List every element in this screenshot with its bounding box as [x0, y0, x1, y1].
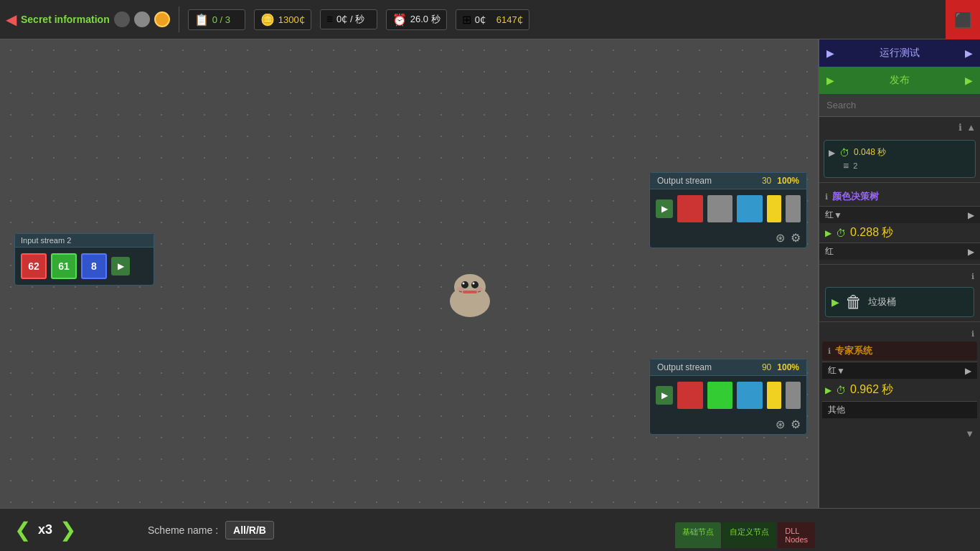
run-test-label: 运行测试: [880, 47, 920, 60]
output-stream-2-blue-block: [737, 382, 763, 409]
search-input[interactable]: [819, 94, 980, 117]
trash-can-card: ▶ 🗑 垃圾桶: [825, 287, 974, 317]
info-icon-top[interactable]: ℹ: [958, 122, 962, 133]
info-icon-2[interactable]: ℹ: [825, 192, 828, 202]
output-stream-1-pct: 100%: [777, 176, 799, 186]
output-stream-2-bar2: [786, 382, 801, 409]
input-stream-title: Input stream 2: [21, 236, 71, 245]
settings-icon-2[interactable]: ⚙: [791, 418, 801, 431]
layers-icon-2[interactable]: ⊛: [776, 418, 785, 431]
expert-color-2: 其他: [828, 404, 845, 416]
expert-color-1: 红: [828, 364, 837, 377]
medal-3: [154, 11, 170, 27]
missions-value: 0 / 3: [212, 14, 230, 25]
info-icon-4[interactable]: ℹ: [971, 329, 974, 339]
topbar-title-section: ◀ Secret information: [6, 11, 170, 28]
tab-custom-nodes[interactable]: 自定义节点: [722, 522, 776, 548]
output-stream-1-red-block: [677, 195, 703, 222]
color-row-2: 红 ▶: [819, 242, 980, 260]
output-stream-2-green-block: [707, 382, 733, 409]
output-stream-2-play-button[interactable]: ▶: [656, 386, 673, 405]
expert-title: 专家系统: [835, 344, 872, 357]
trash-play-icon[interactable]: ▶: [831, 296, 839, 308]
output-stream-1-blue-block: [737, 195, 763, 222]
layers-icon[interactable]: ⊛: [776, 231, 785, 245]
output-stream-1-count: 30: [762, 176, 771, 186]
run-test-left-arrow: ▶: [826, 47, 834, 59]
nav-left-arrow[interactable]: ❮: [14, 518, 31, 542]
input-stream-play-button[interactable]: ▶: [111, 257, 130, 276]
publish-label: 发布: [890, 74, 910, 87]
color-expand-btn-1[interactable]: ▼: [834, 210, 842, 220]
output-stream-1-gray-block: [707, 195, 733, 222]
stat-coins: 🪙 1300₵: [254, 9, 311, 30]
color-row-1: 红 ▼ ▶: [819, 206, 980, 223]
topbar: ◀ Secret information 📋 0 / 3 🪙 1300₵ ≡ 0…: [0, 0, 980, 39]
output-stream-1-stats: 30 100%: [762, 176, 799, 186]
output-stream-1-play-button[interactable]: ▶: [656, 199, 673, 218]
expand-right-1[interactable]: ▶: [968, 210, 974, 220]
input-value-3: 8: [81, 253, 107, 279]
tab-basic-nodes[interactable]: 基础节点: [675, 522, 721, 548]
color-decision-title: 颜色决策树: [832, 190, 879, 203]
lines-row: ≡ 2: [829, 160, 971, 171]
expand-right-2[interactable]: ▶: [968, 247, 974, 257]
color-label-2: 红: [825, 245, 834, 258]
output-stream-1-progress: [767, 195, 782, 222]
output-stream-1-box: Output stream 30 100% ▶ ⊛ ⚙: [649, 172, 807, 248]
speed-card: ▶ ⏱ 0.048 秒 ≡ 2: [824, 140, 976, 178]
settings-icon[interactable]: ⚙: [791, 231, 801, 245]
back-arrow-icon[interactable]: ◀: [6, 11, 17, 28]
speed-value-2: 0.288 秒: [850, 225, 893, 240]
expert-play-icon[interactable]: ▶: [825, 385, 831, 395]
expert-color-row-1: 红 ▼ ▶: [822, 362, 977, 379]
info-icon-expert[interactable]: ℹ: [828, 347, 831, 356]
run-test-button[interactable]: ▶ 运行测试 ▶: [819, 39, 980, 67]
right-panel: ▶ 运行测试 ▶ ▶ 发布 ▶ ℹ ▲ ▶ ⏱ 0.048 秒 ≡ 2: [818, 39, 980, 508]
trash-icon: 🗑: [845, 292, 862, 312]
medal-2: [134, 11, 150, 27]
expert-expand-right[interactable]: ▶: [965, 366, 971, 376]
publish-button[interactable]: ▶ 发布 ▶: [819, 67, 980, 94]
speed-sub-row: ▶ ⏱ 0.288 秒: [819, 223, 980, 242]
play-sub-icon[interactable]: ▶: [825, 228, 831, 238]
gauge-icon: ⏱: [839, 147, 849, 159]
nav-right-arrow[interactable]: ❯: [60, 518, 76, 542]
publish-right-arrow: ▶: [965, 75, 973, 86]
stat-rate: ≡ 0₵ / 秒: [320, 9, 377, 29]
lines-value: 2: [853, 161, 857, 170]
scheme-name-value: All/R/B: [225, 521, 274, 540]
expand-icon-1[interactable]: ▶: [829, 148, 835, 158]
scroll-up-icon[interactable]: ▲: [966, 122, 976, 133]
card-1-section: ▶ ⏱ 0.048 秒 ≡ 2: [819, 140, 980, 178]
separator-2: [819, 264, 980, 265]
output-stream-2-body: ▶: [650, 376, 806, 415]
mascot: [438, 262, 502, 336]
input-stream-header: Input stream 2: [15, 234, 154, 248]
grid-icon: ⊞: [462, 13, 471, 27]
exit-button[interactable]: [946, 0, 980, 39]
output-stream-2-pct: 100%: [777, 362, 799, 372]
divider-1: [179, 6, 179, 32]
bottom-nav: ❮ x3 ❯: [14, 518, 76, 542]
separator-3: [819, 321, 980, 322]
input-value-1: 62: [21, 253, 47, 279]
output-stream-2-footer: ⊛ ⚙: [650, 415, 806, 434]
lines-icon: ≡: [843, 160, 849, 171]
missions-icon: 📋: [194, 13, 209, 27]
expert-system-section: ℹ 专家系统 红 ▼ ▶ ▶ ⏱ 0.962 秒 其他: [819, 342, 980, 418]
tab-dll-nodes[interactable]: DLLNodes: [778, 522, 815, 548]
info-icon-3[interactable]: ℹ: [971, 272, 974, 281]
scroll-down-icon[interactable]: ▼: [965, 428, 974, 439]
coin-icon: 🪙: [260, 13, 275, 27]
expert-dropdown-btn[interactable]: ▼: [837, 366, 845, 376]
scheme-label: Scheme name :: [148, 524, 218, 536]
output-stream-2-progress-fill: [767, 382, 782, 409]
expert-color-row-2: 其他: [822, 401, 977, 418]
coins-value: 1300₵: [278, 14, 305, 25]
score-value: 0₵: [475, 14, 486, 25]
run-test-right-arrow: ▶: [965, 47, 973, 59]
app-title: Secret information: [21, 14, 110, 25]
color-label-1: 红: [825, 209, 834, 221]
output-stream-1-progress-fill: [767, 195, 782, 222]
